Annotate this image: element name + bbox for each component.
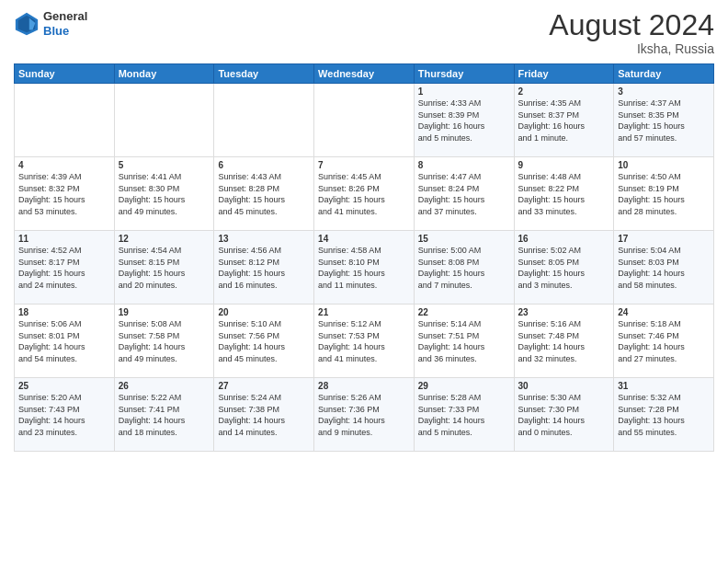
month-year: August 2024 (549, 9, 714, 41)
day-info: Sunrise: 5:20 AM Sunset: 7:43 PM Dayligh… (18, 392, 110, 438)
day-info: Sunrise: 5:22 AM Sunset: 7:41 PM Dayligh… (119, 392, 210, 438)
day-number: 3 (618, 86, 710, 97)
day-cell: 17Sunrise: 5:04 AM Sunset: 8:03 PM Dayli… (614, 231, 714, 304)
logo: General Blue (14, 9, 87, 38)
day-cell: 10Sunrise: 4:50 AM Sunset: 8:19 PM Dayli… (614, 157, 714, 231)
page: General Blue August 2024 Iksha, Russia S… (0, 0, 728, 563)
logo-blue: Blue (43, 24, 69, 38)
day-cell: 16Sunrise: 5:02 AM Sunset: 8:05 PM Dayli… (514, 231, 614, 304)
day-info: Sunrise: 5:26 AM Sunset: 7:36 PM Dayligh… (318, 392, 410, 438)
day-info: Sunrise: 4:35 AM Sunset: 8:37 PM Dayligh… (518, 98, 610, 144)
day-cell: 4Sunrise: 4:39 AM Sunset: 8:32 PM Daylig… (15, 157, 115, 231)
day-cell: 29Sunrise: 5:28 AM Sunset: 7:33 PM Dayli… (414, 378, 514, 452)
day-info: Sunrise: 4:37 AM Sunset: 8:35 PM Dayligh… (618, 98, 710, 144)
day-number: 17 (618, 234, 710, 244)
day-info: Sunrise: 5:18 AM Sunset: 7:46 PM Dayligh… (618, 318, 710, 364)
header-cell-saturday: Saturday (614, 64, 714, 84)
day-cell: 15Sunrise: 5:00 AM Sunset: 8:08 PM Dayli… (414, 231, 514, 304)
day-number: 13 (218, 234, 310, 244)
day-cell: 9Sunrise: 4:48 AM Sunset: 8:22 PM Daylig… (514, 157, 614, 231)
day-info: Sunrise: 4:43 AM Sunset: 8:28 PM Dayligh… (218, 171, 310, 217)
day-number: 30 (518, 381, 610, 391)
week-row-2: 4Sunrise: 4:39 AM Sunset: 8:32 PM Daylig… (15, 157, 714, 231)
day-info: Sunrise: 4:45 AM Sunset: 8:26 PM Dayligh… (318, 171, 410, 217)
day-number: 1 (418, 86, 510, 97)
calendar-body: 1Sunrise: 4:33 AM Sunset: 8:39 PM Daylig… (15, 84, 714, 452)
day-info: Sunrise: 5:00 AM Sunset: 8:08 PM Dayligh… (418, 245, 510, 291)
day-info: Sunrise: 4:48 AM Sunset: 8:22 PM Dayligh… (518, 171, 610, 217)
day-cell: 7Sunrise: 4:45 AM Sunset: 8:26 PM Daylig… (314, 157, 415, 231)
day-cell: 1Sunrise: 4:33 AM Sunset: 8:39 PM Daylig… (414, 84, 514, 157)
day-cell: 12Sunrise: 4:54 AM Sunset: 8:15 PM Dayli… (114, 231, 214, 304)
day-number: 20 (218, 307, 310, 317)
day-cell (114, 84, 214, 157)
day-cell: 30Sunrise: 5:30 AM Sunset: 7:30 PM Dayli… (514, 378, 614, 452)
day-cell: 20Sunrise: 5:10 AM Sunset: 7:56 PM Dayli… (214, 304, 314, 378)
week-row-1: 1Sunrise: 4:33 AM Sunset: 8:39 PM Daylig… (15, 84, 714, 157)
week-row-3: 11Sunrise: 4:52 AM Sunset: 8:17 PM Dayli… (15, 231, 714, 304)
day-cell: 18Sunrise: 5:06 AM Sunset: 8:01 PM Dayli… (15, 304, 115, 378)
day-info: Sunrise: 5:10 AM Sunset: 7:56 PM Dayligh… (218, 318, 310, 364)
header-cell-wednesday: Wednesday (314, 64, 415, 84)
day-cell: 13Sunrise: 4:56 AM Sunset: 8:12 PM Dayli… (214, 231, 314, 304)
day-number: 19 (119, 307, 210, 317)
day-cell: 21Sunrise: 5:12 AM Sunset: 7:53 PM Dayli… (314, 304, 415, 378)
header-cell-sunday: Sunday (15, 64, 115, 84)
logo-icon (14, 11, 40, 37)
day-cell: 6Sunrise: 4:43 AM Sunset: 8:28 PM Daylig… (214, 157, 314, 231)
day-info: Sunrise: 4:50 AM Sunset: 8:19 PM Dayligh… (618, 171, 710, 217)
day-info: Sunrise: 5:12 AM Sunset: 7:53 PM Dayligh… (318, 318, 410, 364)
day-number: 23 (518, 307, 610, 317)
day-info: Sunrise: 4:58 AM Sunset: 8:10 PM Dayligh… (318, 245, 410, 291)
day-cell: 28Sunrise: 5:26 AM Sunset: 7:36 PM Dayli… (314, 378, 415, 452)
day-info: Sunrise: 5:32 AM Sunset: 7:28 PM Dayligh… (618, 392, 710, 438)
day-cell: 5Sunrise: 4:41 AM Sunset: 8:30 PM Daylig… (114, 157, 214, 231)
header-cell-tuesday: Tuesday (214, 64, 314, 84)
day-number: 26 (119, 381, 210, 391)
week-row-5: 25Sunrise: 5:20 AM Sunset: 7:43 PM Dayli… (15, 378, 714, 452)
day-info: Sunrise: 4:33 AM Sunset: 8:39 PM Dayligh… (418, 98, 510, 144)
day-info: Sunrise: 4:56 AM Sunset: 8:12 PM Dayligh… (218, 245, 310, 291)
day-number: 7 (318, 160, 410, 170)
day-number: 12 (119, 234, 210, 244)
day-cell (314, 84, 415, 157)
day-cell: 19Sunrise: 5:08 AM Sunset: 7:58 PM Dayli… (114, 304, 214, 378)
day-number: 25 (18, 381, 110, 391)
header-cell-monday: Monday (114, 64, 214, 84)
day-number: 4 (18, 160, 110, 170)
logo-text: General Blue (43, 9, 87, 38)
day-cell: 11Sunrise: 4:52 AM Sunset: 8:17 PM Dayli… (15, 231, 115, 304)
day-info: Sunrise: 5:08 AM Sunset: 7:58 PM Dayligh… (119, 318, 210, 364)
header-row: SundayMondayTuesdayWednesdayThursdayFrid… (15, 64, 714, 84)
week-row-4: 18Sunrise: 5:06 AM Sunset: 8:01 PM Dayli… (15, 304, 714, 378)
day-cell (214, 84, 314, 157)
day-info: Sunrise: 4:41 AM Sunset: 8:30 PM Dayligh… (119, 171, 210, 217)
day-cell: 14Sunrise: 4:58 AM Sunset: 8:10 PM Dayli… (314, 231, 415, 304)
day-number: 24 (618, 307, 710, 317)
day-number: 16 (518, 234, 610, 244)
day-cell: 31Sunrise: 5:32 AM Sunset: 7:28 PM Dayli… (614, 378, 714, 452)
day-number: 5 (119, 160, 210, 170)
day-number: 8 (418, 160, 510, 170)
day-info: Sunrise: 4:52 AM Sunset: 8:17 PM Dayligh… (18, 245, 110, 291)
title-block: August 2024 Iksha, Russia (549, 9, 714, 56)
day-cell: 25Sunrise: 5:20 AM Sunset: 7:43 PM Dayli… (15, 378, 115, 452)
day-number: 28 (318, 381, 410, 391)
day-number: 31 (618, 381, 710, 391)
day-info: Sunrise: 5:06 AM Sunset: 8:01 PM Dayligh… (18, 318, 110, 364)
day-cell: 8Sunrise: 4:47 AM Sunset: 8:24 PM Daylig… (414, 157, 514, 231)
day-cell (15, 84, 115, 157)
logo-general: General (43, 9, 87, 23)
header: General Blue August 2024 Iksha, Russia (14, 9, 714, 56)
day-cell: 2Sunrise: 4:35 AM Sunset: 8:37 PM Daylig… (514, 84, 614, 157)
location: Iksha, Russia (549, 41, 714, 56)
calendar-table: SundayMondayTuesdayWednesdayThursdayFrid… (14, 63, 714, 452)
day-info: Sunrise: 4:54 AM Sunset: 8:15 PM Dayligh… (119, 245, 210, 291)
day-number: 14 (318, 234, 410, 244)
day-info: Sunrise: 5:28 AM Sunset: 7:33 PM Dayligh… (418, 392, 510, 438)
day-info: Sunrise: 4:39 AM Sunset: 8:32 PM Dayligh… (18, 171, 110, 217)
day-info: Sunrise: 5:04 AM Sunset: 8:03 PM Dayligh… (618, 245, 710, 291)
day-number: 6 (218, 160, 310, 170)
calendar-header: SundayMondayTuesdayWednesdayThursdayFrid… (15, 64, 714, 84)
day-info: Sunrise: 5:30 AM Sunset: 7:30 PM Dayligh… (518, 392, 610, 438)
